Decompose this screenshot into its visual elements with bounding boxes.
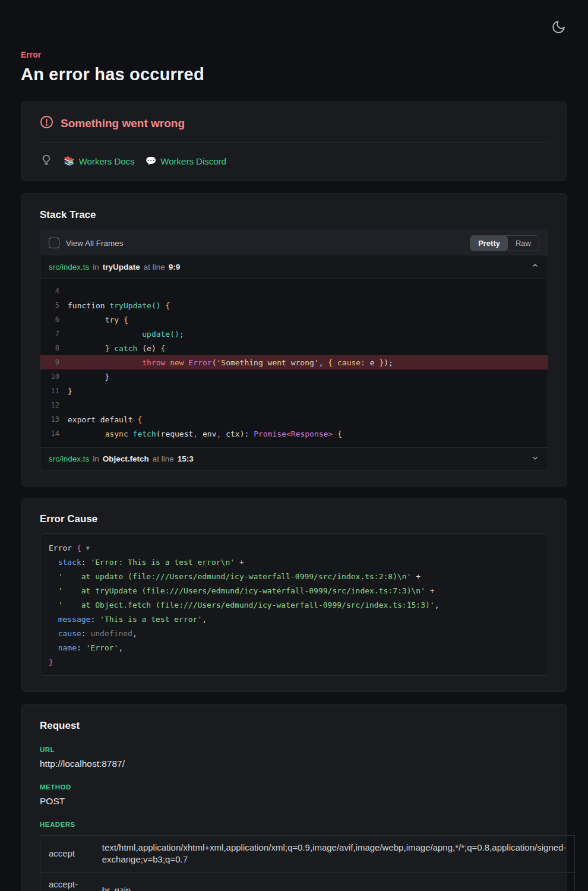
code-line: 4 [40,284,548,298]
alert-circle-icon [40,115,53,131]
method-value: POST [40,796,548,807]
frame-location: 15:3 [178,454,194,463]
line-code: update(); [68,330,184,339]
stack-frame-header-expanded[interactable]: src/index.ts in tryUpdate at line 9:9 [40,255,548,279]
view-all-frames-label: View All Frames [66,239,124,248]
header-row: accept-encodingbr, gzip [40,872,575,891]
line-number: 6 [40,315,68,324]
cause-line: Error { ▼ [49,541,539,555]
view-all-frames-toggle[interactable]: View All Frames [49,238,124,248]
error-cause-title: Error Cause [40,513,548,525]
alert-title-row: Something went wrong [40,115,548,131]
chevron-up-icon [531,261,539,272]
code-line-highlighted: 9 throw new Error('Something went wrong'… [40,355,548,369]
trace-box: View All Frames Pretty Raw src/index.ts … [40,230,548,470]
header-value: text/html,application/xhtml+xml,applicat… [94,836,575,873]
error-kind-label: Error [21,50,567,59]
line-number: 9 [40,358,68,366]
alert-links-row: 📚 Workers Docs 💬 Workers Discord [40,143,548,169]
chevron-down-icon [531,454,539,465]
url-value: http://localhost:8787/ [40,759,548,769]
header-key: accept [40,836,94,873]
workers-docs-label: Workers Docs [79,156,135,166]
code-line: 14 async fetch(request, env, ctx): Promi… [40,426,548,441]
cause-line: ' at tryUpdate (file:///Users/edmund/icy… [49,583,539,598]
frame-function: tryUpdate [103,263,140,271]
trace-toolbar: View All Frames Pretty Raw [40,231,548,255]
line-code: export default { [68,415,142,424]
line-number: 4 [40,287,68,295]
raw-button[interactable]: Raw [508,236,539,251]
line-number: 10 [40,372,68,381]
frame-location: 9:9 [169,263,181,271]
line-number: 12 [40,401,68,409]
request-panel: Request URL http://localhost:8787/ METHO… [21,704,567,891]
error-page: Error An error has occurred Something we… [0,0,588,891]
cause-line: } [49,655,539,669]
alert-panel: Something went wrong 📚 Workers Docs 💬 Wo… [21,102,567,181]
line-code: } [68,387,72,396]
cause-line: cause: undefined, [49,626,539,640]
page-heading: Error An error has occurred [21,50,567,84]
frame-file: src/index.ts [49,263,89,271]
error-cause-code: Error { ▼ stack: 'Error: This is a test … [40,533,548,676]
lightbulb-icon [40,153,53,169]
code-line: 5function tryUpdate() { [40,298,548,312]
frame-at-label: at line [153,454,174,463]
top-bar [21,18,567,36]
frame-in-label: in [93,454,99,463]
alert-message: Something went wrong [61,117,185,130]
url-label: URL [40,746,548,753]
request-title: Request [40,720,548,732]
page-title: An error has occurred [21,65,567,84]
cause-line: ' at update (file:///Users/edmund/icy-wa… [49,569,539,583]
method-label: METHOD [40,783,548,791]
code-line: 12 [40,398,548,412]
header-row: accepttext/html,application/xhtml+xml,ap… [40,836,575,873]
line-code: async fetch(request, env, ctx): Promise<… [68,429,342,438]
code-line: 13export default { [40,412,548,426]
header-value: br, gzip [94,872,575,891]
frame-at-label: at line [144,263,165,271]
stack-trace-panel: Stack Trace View All Frames Pretty Raw s… [21,193,567,486]
frame-meta: src/index.ts in tryUpdate at line 9:9 [49,263,180,271]
workers-discord-link[interactable]: 💬 Workers Discord [146,156,226,166]
theme-toggle-button[interactable] [550,18,567,36]
line-number: 8 [40,344,68,352]
line-number: 13 [40,415,68,424]
line-code: function tryUpdate() { [68,301,170,310]
workers-discord-label: Workers Discord [160,156,226,166]
line-number: 14 [40,429,68,438]
headers-table: accepttext/html,application/xhtml+xml,ap… [40,835,575,891]
code-block: 45function tryUpdate() {6 try {7 update(… [40,279,548,447]
line-code: } catch (e) { [68,344,165,353]
frame-function: Object.fetch [103,454,149,463]
code-line: 10 } [40,369,548,384]
pretty-button[interactable]: Pretty [470,236,508,251]
code-line: 7 update(); [40,327,548,341]
code-line: 11} [40,384,548,398]
books-emoji-icon: 📚 [64,156,75,166]
frame-file: src/index.ts [49,454,89,463]
stack-frame-header-collapsed[interactable]: src/index.ts in Object.fetch at line 15:… [40,447,548,470]
format-segmented-control: Pretty Raw [470,235,539,251]
checkbox-unchecked[interactable] [49,238,59,248]
frame-meta: src/index.ts in Object.fetch at line 15:… [49,454,194,463]
stack-trace-title: Stack Trace [40,209,548,221]
line-number: 5 [40,301,68,309]
header-key: accept-encoding [40,872,94,891]
workers-docs-link[interactable]: 📚 Workers Docs [64,156,135,166]
line-code: } [68,372,109,381]
headers-label: HEADERS [40,821,548,828]
error-cause-panel: Error Cause Error { ▼ stack: 'Error: Thi… [21,498,567,692]
speech-balloon-emoji-icon: 💬 [146,156,157,166]
moon-icon [551,20,566,34]
line-number: 7 [40,330,68,338]
cause-line: name: 'Error', [49,640,539,655]
frame-in-label: in [93,263,99,271]
cause-line: message: 'This is a test error', [49,612,539,626]
line-code: throw new Error('Something went wrong', … [68,358,393,367]
line-code: try { [68,315,128,324]
line-number: 11 [40,387,68,395]
cause-line: ' at Object.fetch (file:///Users/edmund/… [49,598,539,612]
